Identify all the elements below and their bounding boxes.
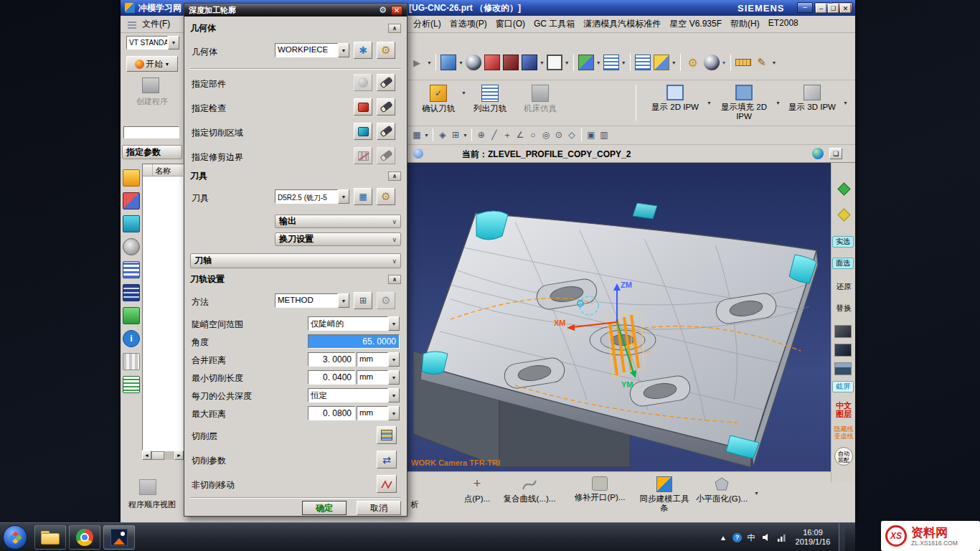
snap-midpoint-icon[interactable]: ＋ (501, 128, 514, 141)
point-button[interactable]: + 点(P)... (458, 476, 496, 504)
remove-face-icon[interactable] (484, 55, 500, 70)
toolbar-preset-value[interactable]: VT STANDA (126, 36, 168, 50)
datum-csys-icon[interactable] (654, 55, 669, 70)
steep-range-dropdown[interactable]: 仅陡峭的 ▼ (308, 316, 400, 331)
tool-value[interactable]: D5R2.5 (铣刀-5 (275, 189, 338, 204)
edit-geometry-button[interactable]: ⚙ (377, 42, 395, 59)
replace-button[interactable]: 替换 (832, 303, 855, 312)
facet-button[interactable]: 小平面化(G)... (694, 476, 749, 504)
edit-tool-button[interactable]: ⚙ (377, 188, 395, 205)
chevron-down-icon[interactable]: ▼ (338, 189, 349, 204)
show-2d-ipw-fill-button[interactable]: 显示填充 2D IPW (713, 85, 775, 121)
chevron-down-icon[interactable]: ▼ (338, 293, 349, 308)
minimize-button[interactable]: – (797, 2, 813, 13)
shaded-view-icon[interactable] (466, 55, 481, 70)
display-mode-icon[interactable] (704, 55, 720, 70)
left-strip-icon[interactable] (123, 376, 140, 393)
merge-unit-dropdown[interactable]: mm ▼ (357, 352, 400, 367)
clock[interactable]: 16:09 2019/1/16 (791, 528, 835, 547)
chevron-down-icon[interactable]: ▼ (672, 60, 677, 65)
edit-method-button[interactable]: ⚙ (377, 292, 395, 309)
common-depth-value[interactable]: 恒定 (308, 388, 388, 402)
view-thumbnail[interactable] (834, 344, 852, 357)
common-depth-dropdown[interactable]: 恒定 ▼ (308, 388, 400, 402)
menu-window[interactable]: 窗口(O) (491, 18, 529, 30)
show-2d-ipw-button[interactable]: 显示 2D IPW (646, 85, 705, 112)
min-cut-length-input[interactable]: 0. 0400 (308, 370, 355, 385)
expand-icon[interactable]: ∨ (392, 218, 397, 225)
chevron-down-icon[interactable]: ▼ (424, 133, 429, 138)
chevron-down-icon[interactable]: ▼ (168, 36, 179, 50)
restore-button[interactable]: 还原 (832, 282, 855, 291)
chinese-layer-button[interactable]: 中文 图层 (832, 401, 855, 418)
view-thumbnail[interactable] (834, 325, 852, 338)
child-close-button[interactable]: ✕ (840, 4, 851, 13)
angle-input[interactable]: 65. 0000 (308, 334, 400, 349)
taskbar-explorer-button[interactable] (34, 525, 66, 550)
chevron-down-icon[interactable]: ▼ (772, 60, 777, 65)
patch-opening-button[interactable]: 修补开口(P)... (570, 476, 630, 502)
tool-dropdown[interactable]: D5R2.5 (铣刀-5 ▼ (275, 189, 349, 204)
chevron-down-icon[interactable]: ▼ (388, 370, 400, 385)
snap-existing-icon[interactable]: ⊙ (552, 128, 565, 141)
view-layer-icon[interactable]: ▥ (598, 128, 611, 141)
path-settings-header[interactable]: 刀轨设置 ∧ (190, 273, 401, 286)
left-strip-icon[interactable] (123, 215, 140, 232)
snap-quadrant-icon[interactable]: ◎ (540, 128, 552, 141)
taskbar-nx-button[interactable] (103, 525, 135, 550)
max-distance-input[interactable]: 0. 0800 (308, 406, 355, 420)
taskbar-chrome-button[interactable] (69, 525, 100, 550)
select-part-button[interactable] (354, 74, 372, 91)
table-col-name[interactable]: 名称 (153, 164, 183, 176)
child-minimize-button[interactable]: – (816, 4, 826, 13)
chevron-down-icon[interactable]: ▼ (427, 60, 432, 65)
output-group-bar[interactable]: 输出 ∨ (275, 215, 401, 228)
max-distance-unit-value[interactable]: mm (357, 406, 388, 420)
verify-toolpath-button[interactable]: ✓ 确认刀轨 (418, 85, 459, 113)
method-value[interactable]: METHOD (275, 293, 338, 308)
ime-indicator[interactable]: 中 (745, 532, 757, 543)
help-tray-icon[interactable]: ? (732, 533, 742, 542)
collapse-icon[interactable]: ∧ (388, 275, 401, 284)
solid-select-button[interactable]: 实选 (832, 236, 854, 248)
chevron-down-icon[interactable]: ▼ (388, 406, 400, 420)
show-3d-ipw-button[interactable]: 显示 3D IPW (783, 85, 841, 112)
table-hscrollbar[interactable]: ◄ ► (142, 451, 184, 460)
cut-levels-button[interactable] (377, 426, 397, 444)
chevron-down-icon[interactable]: ▼ (388, 388, 400, 402)
unite-icon[interactable] (522, 55, 537, 70)
dialog-gear-icon[interactable]: ⚙ (379, 5, 387, 15)
snap-angle-icon[interactable]: ◇ (565, 128, 578, 141)
pattern-feature-icon[interactable] (603, 55, 619, 70)
max-distance-unit-dropdown[interactable]: mm ▼ (357, 406, 400, 420)
flashlight-icon[interactable] (377, 98, 395, 116)
chevron-down-icon[interactable]: ▼ (463, 133, 468, 138)
new-geometry-button[interactable]: ✱ (354, 42, 372, 59)
scroll-left-icon[interactable]: ◄ (142, 451, 151, 460)
scroll-thumb[interactable] (151, 451, 164, 460)
hidden-line-button[interactable]: 隐藏线 变虚线 (832, 425, 855, 440)
menu-mold-standard[interactable]: 潇洒模具汽模标准件 (579, 18, 665, 30)
menu-preferences[interactable]: 首选项(P) (446, 18, 491, 30)
green-diamond-icon[interactable] (837, 182, 850, 195)
flashlight-icon[interactable] (377, 147, 395, 164)
snap-point-icon[interactable]: ⊕ (475, 128, 488, 141)
geometry-value[interactable]: WORKPIECE (275, 43, 338, 57)
left-strip-icon[interactable] (123, 261, 140, 278)
chevron-down-icon[interactable]: ▼ (707, 100, 712, 105)
left-strip-icon[interactable] (123, 192, 140, 209)
menu-analysis[interactable]: 分析(L) (409, 18, 446, 30)
menu-gc-toolbox[interactable]: GC 工具箱 (529, 18, 579, 30)
dialog-close-icon[interactable]: ✕ (391, 6, 402, 15)
select-check-button[interactable] (354, 98, 372, 116)
geometry-section-header[interactable]: 几何体 ∧ (190, 22, 401, 34)
yellow-diamond-icon[interactable] (837, 208, 850, 221)
start-button[interactable] (3, 525, 27, 550)
face-select-button[interactable]: 面选 (832, 258, 854, 269)
new-tool-button[interactable]: ▦ (354, 188, 372, 205)
ok-button[interactable]: 确定 (302, 501, 347, 515)
collapse-icon[interactable]: ∧ (388, 24, 401, 33)
min-cut-unit-dropdown[interactable]: mm ▼ (357, 370, 400, 385)
move-object-icon[interactable] (578, 55, 594, 70)
toolbar-preset-combo[interactable]: VT STANDA ▼ (126, 36, 179, 50)
